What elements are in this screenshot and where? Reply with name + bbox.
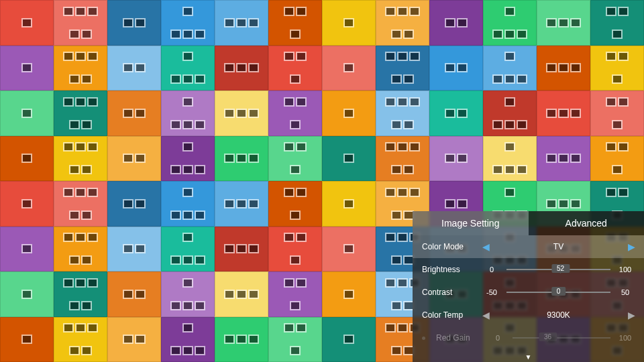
scroll-down-icon[interactable]: ▼ <box>525 353 532 361</box>
value-color-temp: 9300K <box>494 310 623 320</box>
label-color-temp: Color Temp <box>422 310 476 320</box>
row-brightness[interactable]: Brightness 0 52 100 <box>413 258 644 281</box>
min-brightness: 0 <box>482 265 501 274</box>
bullet-icon <box>422 337 425 340</box>
min-contrast: -50 <box>482 288 501 296</box>
row-color-mode[interactable]: Color Mode ◀ TV ▶ <box>413 235 644 258</box>
value-color-mode: TV <box>494 242 623 251</box>
max-red-gain: 100 <box>616 334 635 342</box>
chevron-right-icon[interactable]: ▶ <box>628 310 635 320</box>
tab-image-setting[interactable]: Image Setting <box>413 211 529 235</box>
tab-advanced[interactable]: Advanced <box>529 211 645 235</box>
slider-red-gain: 36 <box>513 337 610 339</box>
knob-brightness[interactable]: 52 <box>551 264 570 273</box>
row-color-temp[interactable]: Color Temp ◀ 9300K ▶ <box>413 304 644 326</box>
max-brightness: 100 <box>616 265 635 274</box>
min-red-gain: 0 <box>488 334 507 342</box>
slider-contrast[interactable]: 0 <box>506 292 610 293</box>
label-brightness: Brightness <box>422 265 476 274</box>
label-color-mode: Color Mode <box>422 242 476 251</box>
row-contrast[interactable]: Contrast -50 0 50 <box>413 281 644 304</box>
slider-brightness[interactable]: 52 <box>506 269 610 270</box>
row-red-gain: Red Gain 0 36 100 <box>413 326 644 349</box>
label-red-gain: Red Gain <box>436 333 482 343</box>
max-contrast: 50 <box>616 288 635 296</box>
chevron-right-icon[interactable]: ▶ <box>628 241 635 252</box>
knob-red-gain: 36 <box>539 333 557 341</box>
label-contrast: Contrast <box>422 288 476 297</box>
chevron-left-icon[interactable]: ◀ <box>482 310 489 320</box>
knob-contrast[interactable]: 0 <box>551 287 566 296</box>
image-settings-panel: Image Setting Advanced Color Mode ◀ TV ▶… <box>413 211 644 362</box>
chevron-left-icon[interactable]: ◀ <box>482 241 489 252</box>
tab-bar: Image Setting Advanced <box>413 211 644 235</box>
